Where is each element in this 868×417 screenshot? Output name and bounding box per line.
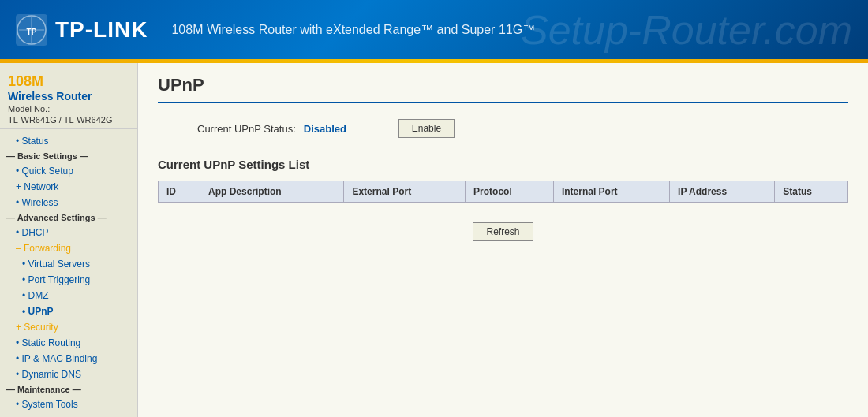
sidebar-section-basic: — Basic Settings — <box>0 149 137 163</box>
sidebar-item-quick-setup[interactable]: • Quick Setup <box>0 163 137 179</box>
sidebar-item-virtual-servers[interactable]: • Virtual Servers <box>0 256 137 272</box>
sidebar-item-status[interactable]: • Status <box>0 133 137 149</box>
col-protocol: Protocol <box>466 181 554 203</box>
logo-text: TP-LINK <box>55 17 148 43</box>
brand-model-label: Model No.: <box>8 104 129 114</box>
sidebar-item-forwarding[interactable]: – Forwarding <box>0 240 137 256</box>
table-section-title: Current UPnP Settings List <box>158 158 848 171</box>
sidebar-item-upnp[interactable]: • UPnP <box>0 303 137 319</box>
sidebar-item-dynamic-dns[interactable]: • Dynamic DNS <box>0 367 137 382</box>
brand-router: Wireless Router <box>8 90 129 102</box>
sidebar-item-port-triggering[interactable]: • Port Triggering <box>0 272 137 288</box>
header: TP TP-LINK 108M Wireless Router with eXt… <box>0 0 868 59</box>
sidebar-brand: 108M Wireless Router Model No.: TL-WR641… <box>0 67 137 129</box>
sidebar-item-dhcp[interactable]: • DHCP <box>0 225 137 240</box>
col-internal-port: Internal Port <box>553 181 669 203</box>
refresh-row: Refresh <box>158 218 848 245</box>
brand-108m: 108M <box>8 73 129 90</box>
col-status: Status <box>775 181 848 203</box>
col-app-description: App Description <box>200 181 343 203</box>
main-layout: 108M Wireless Router Model No.: TL-WR641… <box>0 63 868 417</box>
col-id: ID <box>159 181 200 203</box>
sidebar-item-dmz[interactable]: • DMZ <box>0 288 137 303</box>
header-tagline: 108M Wireless Router with eXtended Range… <box>171 23 535 37</box>
status-label: Current UPnP Status: <box>197 123 296 135</box>
page-title: UPnP <box>158 75 848 103</box>
content-area: UPnP Current UPnP Status: Disabled Enabl… <box>138 63 868 417</box>
sidebar-item-wireless[interactable]: • Wireless <box>0 195 137 210</box>
enable-button[interactable]: Enable <box>398 119 455 138</box>
sidebar-item-security[interactable]: + Security <box>0 319 137 335</box>
logo-area: TP TP-LINK <box>16 14 148 46</box>
sidebar-item-network[interactable]: + Network <box>0 179 137 195</box>
sidebar-section-advanced: — Advanced Settings — <box>0 210 137 225</box>
refresh-button[interactable]: Refresh <box>473 222 533 241</box>
tp-link-logo-icon: TP <box>16 14 47 46</box>
col-external-port: External Port <box>344 181 466 203</box>
status-value: Disabled <box>304 123 367 135</box>
sidebar-section-maintenance: — Maintenance — <box>0 382 137 397</box>
sidebar-item-system-tools[interactable]: • System Tools <box>0 397 137 412</box>
upnp-table: ID App Description External Port Protoco… <box>158 181 848 203</box>
status-row: Current UPnP Status: Disabled Enable <box>158 119 848 138</box>
sidebar-item-static-routing[interactable]: • Static Routing <box>0 335 137 351</box>
header-watermark: Setup-Router.com <box>521 6 852 54</box>
sidebar-item-ip-mac[interactable]: • IP & MAC Binding <box>0 351 137 367</box>
col-ip-address: IP Address <box>670 181 775 203</box>
brand-model-value: TL-WR641G / TL-WR642G <box>8 115 129 125</box>
sidebar: 108M Wireless Router Model No.: TL-WR641… <box>0 63 138 417</box>
table-header-row: ID App Description External Port Protoco… <box>159 181 848 203</box>
